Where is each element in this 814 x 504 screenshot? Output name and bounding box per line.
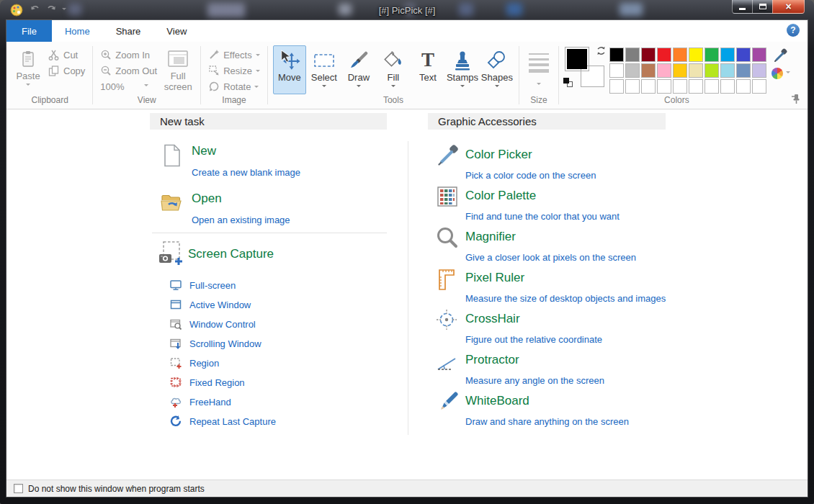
- pixel-ruler-item[interactable]: Pixel Ruler Measure the size of desktop …: [428, 267, 673, 307]
- close-button[interactable]: ×: [772, 0, 805, 14]
- color-swatch[interactable]: [752, 48, 766, 62]
- color-swatch[interactable]: [705, 63, 719, 78]
- color-palette-item[interactable]: Color Palette Find and tune the color th…: [428, 185, 673, 225]
- color-swatch[interactable]: [705, 48, 719, 62]
- tool-button-fill[interactable]: Fill: [377, 45, 410, 94]
- eyedropper-icon[interactable]: [774, 48, 788, 63]
- pixel-ruler-icon: [437, 268, 459, 291]
- capture-window-control[interactable]: Window Control: [169, 317, 256, 331]
- tab-file[interactable]: File: [6, 20, 52, 42]
- region-icon: [169, 356, 182, 369]
- tab-home[interactable]: Home: [52, 20, 103, 42]
- color-swatch[interactable]: [720, 79, 735, 94]
- color-wheel-button[interactable]: [771, 68, 790, 79]
- color-swatch[interactable]: [641, 79, 656, 94]
- color-swatch[interactable]: [641, 63, 656, 78]
- stamps-tool-icon: [453, 50, 472, 71]
- color-swatch[interactable]: [609, 79, 624, 94]
- new-title: New: [192, 144, 216, 158]
- reset-colors-icon[interactable]: [563, 78, 573, 87]
- cut-button[interactable]: Cut: [45, 47, 88, 63]
- tool-button-text[interactable]: T Text: [411, 45, 444, 94]
- foreground-color-swatch[interactable]: [565, 47, 589, 71]
- accessory-title: Color Picker: [465, 148, 532, 162]
- magnifier-item[interactable]: Magnifier Give a closer look at pixels o…: [428, 226, 673, 266]
- color-swatch[interactable]: [609, 48, 624, 62]
- color-swatch[interactable]: [657, 48, 671, 62]
- open-item[interactable]: Open Open an existing image: [160, 190, 390, 230]
- screen-capture-item[interactable]: Screen Capture: [156, 240, 387, 269]
- resize-button[interactable]: Resize: [205, 63, 263, 78]
- capture-scrolling-window[interactable]: Scrolling Window: [169, 336, 261, 351]
- color-swatch[interactable]: [625, 63, 640, 78]
- color-swatch[interactable]: [720, 63, 735, 78]
- size-button[interactable]: [524, 45, 554, 94]
- color-swatch[interactable]: [689, 63, 703, 78]
- color-swatch[interactable]: [673, 79, 687, 94]
- scrolling-window-icon: [169, 337, 182, 350]
- color-swatch[interactable]: [689, 79, 703, 94]
- capture-active-window[interactable]: Active Window: [169, 297, 251, 312]
- pin-ribbon-icon[interactable]: [790, 93, 802, 104]
- zoom-level-select[interactable]: 100%: [97, 78, 160, 94]
- color-swatch[interactable]: [673, 48, 687, 62]
- paste-dropdown-icon: [26, 84, 30, 88]
- accessory-subtitle: Draw and share anything on the screen: [465, 416, 629, 427]
- capture-full-screen[interactable]: Full-screen: [169, 278, 236, 292]
- tool-button-select[interactable]: Select: [308, 45, 341, 94]
- color-swatch[interactable]: [736, 63, 751, 78]
- color-swatch[interactable]: [673, 63, 687, 78]
- paste-icon: [19, 50, 37, 68]
- group-clipboard: Paste Cut: [8, 42, 91, 109]
- stamps-label: Stamps: [447, 72, 478, 83]
- new-subtitle: Create a new blank image: [192, 167, 300, 178]
- copy-button[interactable]: Copy: [45, 63, 88, 78]
- maximize-button[interactable]: [753, 0, 772, 14]
- tool-button-shapes[interactable]: Shapes: [480, 45, 514, 94]
- capture-fixed-region[interactable]: Fixed Region: [169, 375, 245, 390]
- rotate-button[interactable]: Rotate: [205, 78, 263, 94]
- open-subtitle: Open an existing image: [192, 215, 290, 225]
- effects-button[interactable]: Effects: [205, 47, 263, 63]
- color-swatch[interactable]: [609, 63, 624, 78]
- resize-dropdown-icon: [256, 70, 260, 74]
- active-window-icon: [169, 298, 182, 311]
- color-swatch[interactable]: [752, 63, 766, 78]
- color-picker-item[interactable]: Color Picker Pick a color code on the sc…: [428, 144, 673, 184]
- color-swatch[interactable]: [736, 79, 751, 94]
- color-swatch[interactable]: [657, 63, 671, 78]
- tab-share[interactable]: Share: [103, 20, 154, 42]
- swap-colors-icon[interactable]: [596, 45, 607, 56]
- select-tool-icon: [313, 52, 335, 69]
- color-swatch[interactable]: [705, 79, 719, 94]
- accessory-subtitle: Pick a color code on the screen: [465, 170, 596, 181]
- rotate-label: Rotate: [223, 81, 251, 92]
- zoom-out-button[interactable]: Zoom Out: [97, 63, 160, 78]
- startup-checkbox[interactable]: [14, 484, 23, 493]
- color-swatch[interactable]: [625, 79, 640, 94]
- color-swatch[interactable]: [641, 48, 656, 62]
- tool-button-move[interactable]: Move: [273, 45, 306, 94]
- capture-repeat-last[interactable]: Repeat Last Capture: [169, 414, 276, 428]
- protractor-item[interactable]: Protractor Measure any angle on the scre…: [428, 349, 673, 390]
- tool-button-stamps[interactable]: Stamps: [446, 45, 479, 94]
- color-swatch[interactable]: [689, 48, 703, 62]
- capture-region[interactable]: Region: [169, 356, 219, 370]
- tool-button-draw[interactable]: Draw: [342, 45, 375, 94]
- accessory-subtitle: Measure the size of desktop objects and …: [465, 293, 666, 304]
- paste-button[interactable]: Paste: [12, 45, 45, 94]
- color-swatch[interactable]: [625, 48, 640, 62]
- color-swatch[interactable]: [736, 48, 751, 62]
- full-screen-button[interactable]: Full screen: [160, 45, 196, 94]
- whiteboard-item[interactable]: WhiteBoard Draw and share anything on th…: [428, 390, 673, 431]
- crosshair-item[interactable]: CrossHair Figure out the relative coordi…: [428, 308, 673, 348]
- capture-freehand[interactable]: FreeHand: [169, 395, 231, 409]
- zoom-in-button[interactable]: Zoom In: [97, 47, 160, 63]
- color-swatch[interactable]: [657, 79, 671, 94]
- minimize-button[interactable]: [732, 0, 753, 14]
- help-button[interactable]: ?: [787, 24, 800, 37]
- color-swatch[interactable]: [720, 48, 735, 62]
- new-item[interactable]: New Create a new blank image: [160, 143, 390, 183]
- color-swatch[interactable]: [752, 79, 766, 94]
- tab-view[interactable]: View: [153, 20, 200, 42]
